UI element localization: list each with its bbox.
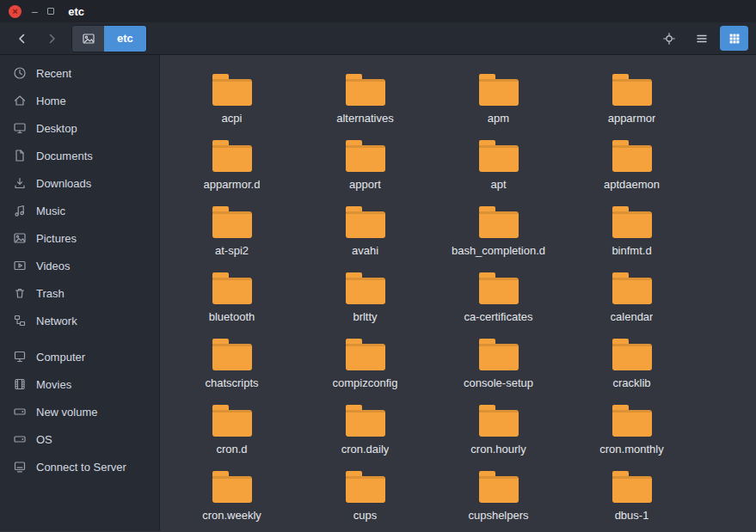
sidebar-item-label: Recent xyxy=(36,67,71,80)
sidebar-item-recent[interactable]: Recent xyxy=(0,59,159,87)
folder-label: acpi xyxy=(222,112,243,125)
sidebar-item-home[interactable]: Home xyxy=(0,87,159,114)
folder-label: alternatives xyxy=(336,112,393,125)
path-root-button[interactable] xyxy=(72,26,104,52)
sidebar-item-computer[interactable]: Computer xyxy=(0,343,159,370)
folder-item[interactable]: apparmor xyxy=(565,66,698,132)
folder-item[interactable]: avahi xyxy=(298,199,432,265)
maximize-button[interactable] xyxy=(47,8,54,15)
folder-item[interactable]: acpi xyxy=(165,66,298,132)
trash-icon xyxy=(13,286,27,300)
folder-item[interactable]: apm xyxy=(432,66,565,132)
folder-item[interactable]: cron.monthly xyxy=(565,397,698,463)
folder-icon xyxy=(346,79,385,106)
folder-item[interactable]: bash_completion.d xyxy=(432,199,565,265)
folder-item[interactable]: apparmor.d xyxy=(165,132,298,199)
chevron-left-icon xyxy=(15,32,29,46)
folder-item[interactable]: cron.weekly xyxy=(165,463,298,529)
folder-label: cron.weekly xyxy=(202,509,261,522)
sidebar-item-label: New volume xyxy=(36,406,98,419)
folder-icon xyxy=(479,278,519,304)
main-panel: acpialternativesapmapparmorapparmor.dapp… xyxy=(160,55,756,531)
sidebar-item-desktop[interactable]: Desktop xyxy=(0,114,159,142)
folder-item[interactable]: apport xyxy=(298,132,432,199)
video-icon xyxy=(13,259,27,272)
folder-item[interactable]: cracklib xyxy=(565,331,698,397)
chevron-right-icon xyxy=(45,32,58,46)
download-icon xyxy=(13,176,27,190)
sidebar-item-connect-to-server[interactable]: Connect to Server xyxy=(0,453,159,480)
home-icon xyxy=(13,94,27,107)
folder-icon xyxy=(212,410,252,437)
folder-label: apm xyxy=(488,112,509,125)
crosshair-icon xyxy=(662,32,676,46)
minimize-button[interactable]: − xyxy=(31,5,38,18)
folder-label: apparmor.d xyxy=(204,178,261,191)
sidebar-item-documents[interactable]: Documents xyxy=(0,142,159,169)
picture-icon xyxy=(82,32,95,46)
path-current-button[interactable]: etc xyxy=(104,26,146,52)
film-icon xyxy=(13,377,27,391)
sidebar: RecentHomeDesktopDocumentsDownloadsMusic… xyxy=(0,55,160,531)
folder-item[interactable]: at-spi2 xyxy=(165,199,298,265)
music-icon xyxy=(13,204,27,217)
sidebar-item-label: Network xyxy=(36,315,77,327)
folder-item[interactable]: brltty xyxy=(298,265,432,331)
folder-item[interactable]: dbus-1 xyxy=(565,463,698,529)
folder-icon xyxy=(346,211,385,238)
list-icon xyxy=(695,32,709,46)
folder-item[interactable]: aptdaemon xyxy=(565,132,698,199)
list-view-button[interactable] xyxy=(687,26,716,51)
forward-button[interactable] xyxy=(37,26,66,52)
folder-icon xyxy=(212,79,252,106)
folder-item[interactable]: cron.hourly xyxy=(432,397,565,463)
folder-item[interactable]: calendar xyxy=(565,265,698,331)
folder-item[interactable]: chatscripts xyxy=(165,331,298,397)
folder-icon xyxy=(346,344,385,370)
sidebar-item-trash[interactable]: Trash xyxy=(0,279,159,307)
folder-icon xyxy=(612,278,652,304)
sidebar-item-videos[interactable]: Videos xyxy=(0,252,159,279)
folder-icon xyxy=(346,476,385,503)
sidebar-item-label: Trash xyxy=(36,287,65,300)
sidebar-item-network[interactable]: Network xyxy=(0,307,159,334)
folder-icon xyxy=(612,79,652,106)
folder-item[interactable]: cron.daily xyxy=(298,397,432,463)
folder-icon xyxy=(479,410,519,437)
folder-icon xyxy=(212,211,252,238)
network-icon xyxy=(13,314,27,327)
folder-icon xyxy=(212,145,252,172)
folder-label: aptdaemon xyxy=(604,178,660,191)
folder-icon xyxy=(479,145,519,172)
folder-item[interactable]: apt xyxy=(432,132,565,199)
drive-icon xyxy=(13,405,27,419)
titlebar: × − etc xyxy=(0,0,756,22)
grid-view-button[interactable] xyxy=(720,26,748,51)
sidebar-item-new-volume[interactable]: New volume xyxy=(0,398,159,425)
sidebar-item-music[interactable]: Music xyxy=(0,197,159,224)
folder-icon xyxy=(479,476,519,503)
folder-item[interactable]: console-setup xyxy=(432,331,565,397)
sidebar-item-label: Computer xyxy=(36,351,85,364)
folder-icon xyxy=(612,145,652,172)
folder-label: bluetooth xyxy=(209,310,255,323)
folder-item[interactable]: cups xyxy=(298,463,432,529)
folder-item[interactable]: cupshelpers xyxy=(432,463,565,529)
folder-item[interactable]: ca-certificates xyxy=(432,265,565,331)
folder-item[interactable]: cron.d xyxy=(165,397,298,463)
folder-icon xyxy=(212,278,252,304)
close-button[interactable]: × xyxy=(9,5,22,18)
monitor-icon xyxy=(13,121,27,135)
back-button[interactable] xyxy=(8,26,37,52)
sidebar-item-movies[interactable]: Movies xyxy=(0,370,159,398)
location-button[interactable] xyxy=(655,26,683,51)
folder-item[interactable]: bluetooth xyxy=(165,265,298,331)
sidebar-item-pictures[interactable]: Pictures xyxy=(0,224,159,252)
folder-item[interactable]: binfmt.d xyxy=(565,199,698,265)
sidebar-item-downloads[interactable]: Downloads xyxy=(0,169,159,197)
close-icon: × xyxy=(12,7,17,16)
folder-icon xyxy=(612,211,652,238)
folder-item[interactable]: compizconfig xyxy=(298,331,432,397)
sidebar-item-os[interactable]: OS xyxy=(0,425,159,453)
folder-item[interactable]: alternatives xyxy=(298,66,432,132)
